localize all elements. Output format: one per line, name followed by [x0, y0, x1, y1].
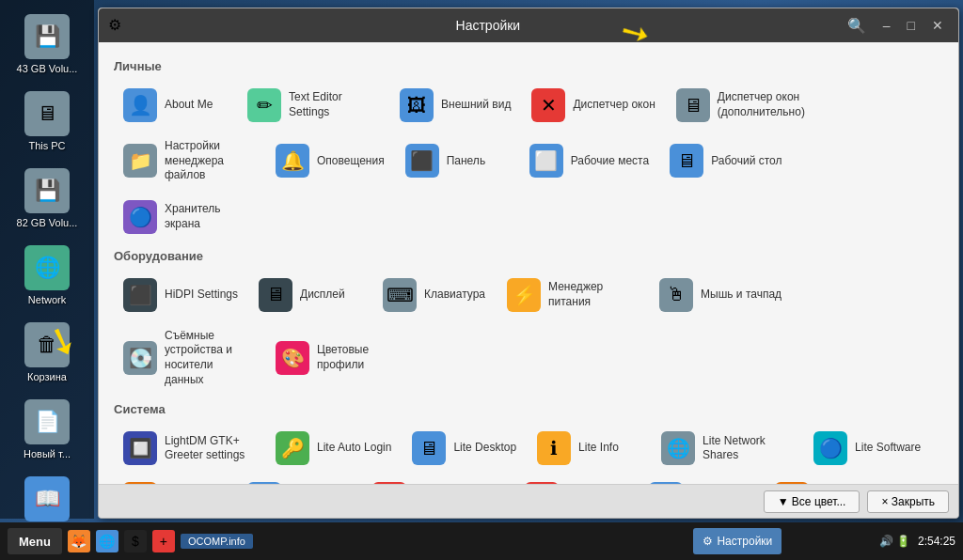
add-icon[interactable]: + [152, 530, 175, 552]
window-mgr-icon: ✕ [531, 88, 565, 122]
lite-desktop-label: Lite Desktop [453, 441, 516, 456]
hidpi-icon: ⬛ [123, 278, 157, 312]
menu-button[interactable]: Menu [8, 528, 62, 554]
settings-item-about-me[interactable]: 👤 About Me [114, 81, 236, 130]
settings-item-lite-desktop[interactable]: 🖥 Lite Desktop [403, 424, 526, 473]
display-icon: 🖥 [259, 278, 292, 312]
notifications-label: Оповещения [317, 154, 385, 169]
settings-item-autologin[interactable]: 🔑 Lite Auto Login [266, 424, 401, 473]
settings-item-lite-upgrade[interactable]: ⬆ Lite Upgrade [639, 474, 765, 484]
settings-window: ⚙ Настройки 🔍 – □ ✕ Личные 👤 About Me ✏ … [98, 8, 959, 519]
settings-item-lite-software[interactable]: 🔵 Lite Software [804, 424, 930, 473]
disk2-icon: 💾 [24, 168, 70, 213]
sidebar-item-label-network: Network [28, 294, 66, 305]
settings-item-hidpi[interactable]: ⬛ HiDPI Settings [114, 271, 247, 319]
settings-item-desktop[interactable]: 🖥 Рабочий стол [660, 132, 791, 191]
sidebar-item-newt[interactable]: 📄 Новый т... [5, 395, 89, 464]
sidebar-item-trash[interactable]: 🗑 Корзина [5, 318, 89, 387]
window-bottom-bar: ▼ Все цвет... × Закрыть [99, 484, 958, 518]
section-header-personal: Личные [114, 59, 943, 75]
mouse-label: Мышь и тачпад [701, 288, 781, 303]
sidebar-item-this[interactable]: 🖥 This PC [5, 86, 89, 156]
autologin-label: Lite Auto Login [317, 441, 391, 456]
workspaces-label: Рабочие места [571, 154, 649, 169]
browser-taskbar-icon[interactable]: 🌐 [96, 530, 118, 552]
settings-item-power[interactable]: ⚡ Менеджер питания [497, 271, 648, 319]
scroll-down-button[interactable]: ▼ Все цвет... [764, 490, 860, 513]
sidebar-item-label-vol1: 43 GB Volu... [17, 63, 78, 74]
active-window-taskbar-button[interactable]: ⚙ Настройки [693, 528, 781, 554]
system-tray: 🔊 🔋 [879, 535, 910, 548]
sidebar-item-network[interactable]: 🌐 Network [5, 241, 89, 310]
settings-item-screensaver[interactable]: 🔵 Хранитель экрана [114, 193, 264, 241]
color-profiles-icon: 🎨 [276, 341, 309, 375]
lite-info-icon: ℹ [537, 431, 571, 465]
settings-item-lite-tweaks[interactable]: 🔧 Lite Tweaks [515, 474, 638, 484]
close-button[interactable]: ✕ [926, 16, 949, 35]
newfile-icon: 📄 [24, 399, 70, 444]
settings-item-workspaces[interactable]: ⬜ Рабочие места [520, 132, 658, 191]
settings-item-window-mgr-adv[interactable]: 🖥 Диспетчер окон (дополнительно) [667, 81, 817, 130]
hidpi-label: HiDPI Settings [165, 288, 238, 303]
removable-label: Съёмные устройства и носители данных [165, 329, 255, 387]
sidebar-item-label-newt: Новый т... [24, 448, 71, 459]
settings-item-panel[interactable]: ⬛ Панель [396, 132, 518, 191]
personal-items-grid: 👤 About Me ✏ Text Editor Settings 🖼 Внеш… [114, 81, 943, 241]
clock: 2:54:25 [918, 535, 955, 548]
taskbar-text: OCOMP.info [181, 534, 253, 549]
settings-item-mouse[interactable]: 🖱 Мышь и тачпад [650, 271, 791, 319]
titlebar: ⚙ Настройки 🔍 – □ ✕ [99, 8, 958, 42]
taskbar: Menu 🦊 🌐 $ + OCOMP.info ⚙ Настройки 🔊 🔋 … [0, 522, 963, 560]
settings-item-display[interactable]: 🖥 Дисплей [249, 271, 371, 319]
settings-item-file-mgr[interactable]: 📁 Настройки менеджера файлов [114, 132, 264, 191]
settings-item-lite-user-mgr[interactable]: 👥 Lite User Manager [766, 474, 916, 484]
lite-network-label: Lite Network Shares [703, 434, 793, 463]
search-button[interactable]: 🔍 [842, 15, 872, 37]
section-header-system: Система [114, 402, 943, 418]
workspaces-icon: ⬜ [529, 144, 563, 178]
lite-software-icon: 🔵 [813, 431, 847, 465]
settings-item-lite-sysreport[interactable]: 📋 Lite System Report [363, 474, 513, 484]
window-mgr-label: Диспетчер окон [573, 98, 655, 113]
desktop: 💾 43 GB Volu... 🖥 This PC 💾 82 GB Volu..… [0, 0, 963, 560]
settings-item-text-editor[interactable]: ✏ Text Editor Settings [238, 81, 388, 130]
active-window-label: Настройки [717, 535, 772, 548]
firefox-taskbar-icon[interactable]: 🦊 [68, 530, 90, 552]
settings-item-color-profiles[interactable]: 🎨 Цветовые профили [266, 321, 417, 395]
power-label: Менеджер питания [548, 280, 639, 309]
lite-info-label: Lite Info [578, 441, 619, 456]
sidebar-item-vol1[interactable]: 💾 43 GB Volu... [5, 9, 89, 79]
lite-network-icon: 🌐 [661, 431, 695, 465]
settings-item-removable[interactable]: 💽 Съёмные устройства и носители данных [114, 321, 264, 395]
settings-item-lightdm[interactable]: 🔲 LightDM GTK+ Greeter settings [114, 424, 264, 473]
titlebar-controls: 🔍 – □ ✕ [842, 15, 949, 37]
window-close-button[interactable]: × Закрыть [867, 490, 949, 513]
settings-item-notifications[interactable]: 🔔 Оповещения [266, 132, 394, 191]
settings-item-window-mgr[interactable]: ✕ Диспетчер окон [522, 81, 664, 130]
desktop-sidebar: 💾 43 GB Volu... 🖥 This PC 💾 82 GB Volu..… [0, 0, 94, 519]
settings-item-keyboard[interactable]: ⌨ Клавиатура [373, 271, 496, 319]
settings-item-lite-sounds[interactable]: 🔊 Lite Sounds [114, 474, 236, 484]
window-mgr-adv-label: Диспетчер окон (дополнительно) [718, 90, 808, 119]
help-icon: 📖 [24, 476, 70, 521]
settings-item-lite-network[interactable]: 🌐 Lite Network Shares [652, 424, 802, 473]
terminal-taskbar-icon[interactable]: $ [124, 530, 147, 552]
settings-item-lite-info[interactable]: ℹ Lite Info [528, 424, 650, 473]
system-items-grid: 🔲 LightDM GTK+ Greeter settings 🔑 Lite A… [114, 424, 943, 484]
settings-item-appearance[interactable]: 🖼 Внешний вид [390, 81, 520, 130]
display-label: Дисплей [300, 288, 345, 303]
removable-icon: 💽 [123, 341, 157, 375]
screensaver-label: Хранитель экрана [165, 202, 255, 231]
notifications-icon: 🔔 [276, 144, 309, 178]
screensaver-icon: 🔵 [123, 200, 157, 234]
section-header-hardware: Оборудование [114, 249, 943, 265]
panel-label: Панель [447, 154, 485, 169]
hardware-items-grid: ⬛ HiDPI Settings 🖥 Дисплей ⌨ Клавиатура … [114, 271, 943, 395]
keyboard-icon: ⌨ [383, 278, 417, 312]
minimize-button[interactable]: – [877, 16, 896, 35]
settings-item-lite-sources[interactable]: 🌐 Lite Sources [238, 474, 361, 484]
settings-content[interactable]: Личные 👤 About Me ✏ Text Editor Settings… [99, 42, 958, 484]
window-title: Настройки [134, 18, 842, 33]
sidebar-item-vol2[interactable]: 💾 82 GB Volu... [5, 163, 89, 233]
maximize-button[interactable]: □ [902, 16, 921, 35]
